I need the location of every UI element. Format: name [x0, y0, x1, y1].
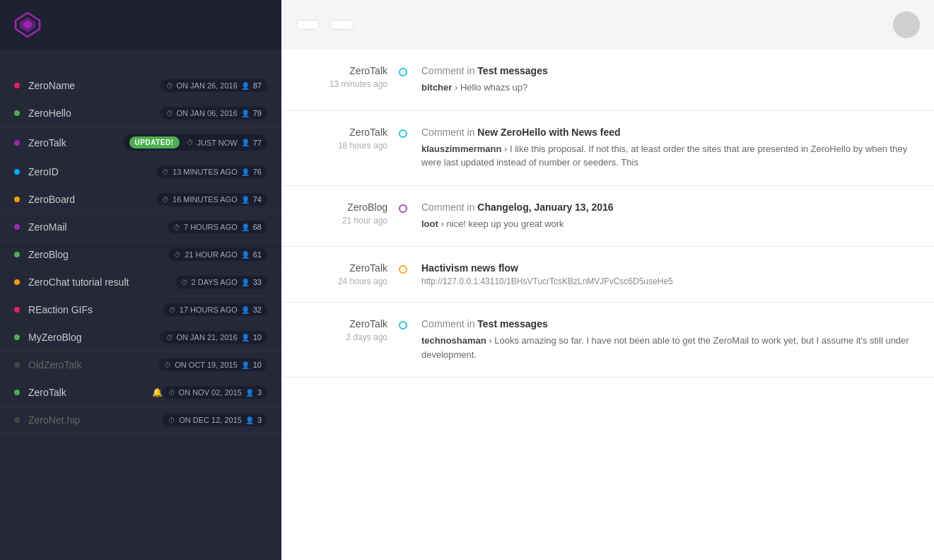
clock-icon-0: ⏱ [166, 82, 173, 90]
sidebar-item-8[interactable]: REaction GIFs⏱ 17 HOURS AGO 👤 32 [0, 296, 281, 324]
site-name-12: ZeroNet.hip [28, 414, 163, 426]
updated-badge-2: UPDATED! [129, 136, 180, 148]
clock-icon-2: ⏱ [187, 139, 194, 146]
feed-content-text-0: bitcher › Hello whazs up? [421, 81, 913, 95]
statusbar [281, 0, 934, 49]
clock-icon-6: ⏱ [174, 251, 181, 259]
feed-meta-1: ZeroTalk18 hours ago [303, 127, 387, 170]
badge-time-10: ON OCT 19, 2015 [175, 361, 237, 369]
clock-icon-5: ⏱ [173, 223, 180, 231]
badge-time-0: ON JAN 26, 2016 [177, 81, 238, 90]
feed-title-4: Comment in Test messages [421, 318, 913, 329]
feed-time-2: 21 hour ago [303, 216, 387, 226]
clock-icon-11: ⏱ [168, 389, 175, 397]
badge-time-7: 2 DAYS AGO [192, 278, 238, 286]
feed-title-prefix-4: Comment in [421, 318, 477, 329]
badge-users-9: 10 [253, 333, 262, 342]
sidebar-item-9[interactable]: MyZeroBlog⏱ ON JAN 21, 2016 👤 10 [0, 324, 281, 351]
badge-time-6: 21 HOUR AGO [185, 250, 238, 259]
notifications-button[interactable] [893, 11, 920, 38]
badge-time-12: ON DEC 12, 2015 [179, 416, 242, 424]
site-dot-6 [14, 252, 20, 257]
site-badge-5: ⏱ 7 HOURS AGO 👤 68 [168, 221, 267, 233]
site-badge-11: ⏱ ON NOV 02, 2015 👤 3 [163, 386, 267, 399]
clock-icon-3: ⏱ [162, 168, 169, 176]
app-logo[interactable] [14, 11, 48, 38]
site-name-11: ZeroTalk [28, 387, 149, 398]
feed-title-2: Comment in Changelog, January 13, 2016 [421, 202, 913, 213]
feed-site-name-1[interactable]: ZeroTalk [303, 127, 387, 138]
sidebar-item-2[interactable]: ZeroTalkUPDATED!⏱ JUST NOW 👤 77 [0, 127, 281, 158]
sidebar-item-4[interactable]: ZeroBoard⏱ 16 MINUTES AGO 👤 74 [0, 186, 281, 214]
sidebar-item-10[interactable]: OldZeroTalk⏱ ON OCT 19, 2015 👤 10 [0, 351, 281, 379]
feed-site-name-4[interactable]: ZeroTalk [303, 318, 387, 329]
site-badge-9: ⏱ ON JAN 21, 2016 👤 10 [160, 331, 267, 344]
site-name-7: ZeroChat tutorial result [28, 276, 175, 288]
badge-users-5: 68 [253, 223, 262, 231]
feed-content: ZeroTalk13 minutes agoComment in Test me… [281, 49, 934, 560]
feed-indicator-2 [399, 202, 410, 231]
sidebar-item-6[interactable]: ZeroBlog⏱ 21 HOUR AGO 👤 61 [0, 241, 281, 269]
site-name-5: ZeroMail [28, 221, 168, 233]
sidebar-item-11[interactable]: ZeroTalk🔔⏱ ON NOV 02, 2015 👤 3 [0, 379, 281, 407]
badge-time-2: JUST NOW [197, 139, 238, 147]
feed-site-name-0[interactable]: ZeroTalk [303, 65, 387, 76]
badge-time-1: ON JAN 06, 2016 [177, 109, 238, 117]
main-layout: ZeroName⏱ ON JAN 26, 2016 👤 87ZeroHello⏱… [0, 49, 934, 560]
feed-body-3: Hactivism news flowhttp://127.0.0.1:4311… [421, 262, 913, 286]
site-name-3: ZeroID [28, 166, 156, 177]
site-name-8: REaction GIFs [28, 304, 163, 315]
feed-time-4: 2 days ago [303, 332, 387, 342]
badge-users-7: 33 [253, 278, 262, 286]
clock-icon-7: ⏱ [181, 279, 188, 286]
badge-users-12: 3 [257, 416, 262, 424]
site-name-6: ZeroBlog [28, 249, 168, 260]
site-badge-6: ⏱ 21 HOUR AGO 👤 61 [168, 248, 267, 261]
feed-indicator-4 [399, 318, 410, 361]
feed-title-prefix-0: Comment in [421, 65, 477, 76]
clock-icon-1: ⏱ [166, 110, 173, 117]
site-dot-8 [14, 307, 20, 313]
site-dot-2 [14, 140, 20, 146]
site-dot-1 [14, 110, 20, 116]
site-dot-7 [14, 279, 20, 285]
feed-site-name-3[interactable]: ZeroTalk [303, 262, 387, 274]
site-name-0: ZeroName [28, 80, 160, 91]
feed-time-0: 13 minutes ago [303, 79, 387, 89]
badge-users-10: 10 [253, 361, 262, 369]
site-name-1: ZeroHello [28, 107, 160, 119]
feed-title-bold-1[interactable]: New ZeroHello with News feed [477, 127, 620, 138]
feed-title-bold-2[interactable]: Changelog, January 13, 2016 [477, 202, 613, 213]
sidebar-item-0[interactable]: ZeroName⏱ ON JAN 26, 2016 👤 87 [0, 72, 281, 100]
site-name-4: ZeroBoard [28, 194, 156, 205]
site-badge-8: ⏱ 17 HOURS AGO 👤 32 [163, 303, 267, 316]
feed-body-1: Comment in New ZeroHello with News feedk… [421, 127, 913, 170]
badge-users-4: 74 [253, 195, 262, 204]
user-icon-2: 👤 [241, 139, 250, 146]
feed-content-text-4: technoshaman › Looks amazing so far. I h… [421, 334, 913, 361]
sidebar-item-5[interactable]: ZeroMail⏱ 7 HOURS AGO 👤 68 [0, 214, 281, 241]
badge-users-2: 77 [253, 139, 262, 147]
feed-site-name-2[interactable]: ZeroBlog [303, 202, 387, 213]
feed-dot-4 [399, 321, 407, 329]
sidebar-item-3[interactable]: ZeroID⏱ 13 MINUTES AGO 👤 76 [0, 158, 281, 186]
sidebar-item-12[interactable]: ZeroNet.hip⏱ ON DEC 12, 2015 👤 3 [0, 407, 281, 434]
feed-title-bold-3[interactable]: Hactivism news flow [421, 262, 518, 274]
feed-dot-1 [399, 129, 407, 138]
feed-content-text-1: klauszimmermann › I like this proposal. … [421, 142, 913, 170]
site-dot-0 [14, 83, 20, 88]
sidebar: ZeroName⏱ ON JAN 26, 2016 👤 87ZeroHello⏱… [0, 49, 281, 560]
site-badge-12: ⏱ ON DEC 12, 2015 👤 3 [163, 414, 267, 426]
feed-content-text-2: loot › nice! keep up you great work [421, 217, 913, 231]
clock-icon-4: ⏱ [162, 196, 169, 204]
feed-meta-3: ZeroTalk24 hours ago [303, 262, 387, 286]
badge-time-5: 7 HOURS AGO [184, 223, 238, 231]
feed-item-1: ZeroTalk18 hours agoComment in New ZeroH… [281, 111, 934, 186]
sidebar-item-1[interactable]: ZeroHello⏱ ON JAN 06, 2016 👤 79 [0, 100, 281, 127]
feed-title-bold-0[interactable]: Test messages [477, 65, 547, 76]
feed-title-bold-4[interactable]: Test messages [477, 318, 547, 329]
feed-link-3[interactable]: http://127.0.0.1:43110/1BHsVTucrTcsKBzLn… [421, 276, 913, 286]
badge-time-11: ON NOV 02, 2015 [179, 388, 242, 397]
sidebar-item-7[interactable]: ZeroChat tutorial result⏱ 2 DAYS AGO 👤 3… [0, 269, 281, 296]
feed-title-prefix-1: Comment in [421, 127, 477, 138]
